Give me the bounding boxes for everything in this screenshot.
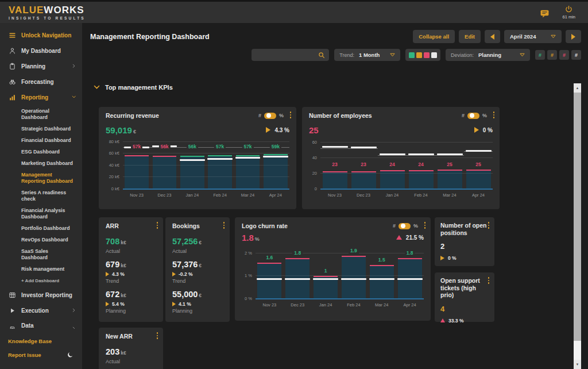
sidebar-footer-knowledge-base[interactable]: Knowledge Base <box>8 335 74 348</box>
sidebar-subitem-add-dashboard[interactable]: + Add Dashboard <box>0 275 79 286</box>
sidebar-item-my-dashboard[interactable]: My Dashboard <box>0 43 82 59</box>
trend-color-swatch[interactable] <box>416 52 422 58</box>
hash-format-button[interactable]: # <box>559 50 569 60</box>
sidebar-subitem-esg-dashboard[interactable]: ESG Dashboard <box>0 146 79 157</box>
sidebar-item-investor-reporting[interactable]: Investor Reporting <box>0 287 82 303</box>
deviation-filter-dropdown[interactable]: Deviation: Planning <box>446 49 530 61</box>
gridline <box>320 142 493 143</box>
x-axis-label: Apr 24 <box>269 193 282 198</box>
stat-unit: k€ <box>121 263 126 268</box>
sidebar-subitem-marketing-dashboard[interactable]: Marketing Dashboard <box>0 157 79 169</box>
hash-format-button[interactable]: # <box>535 50 545 60</box>
card-menu-kebab-icon[interactable] <box>289 111 293 119</box>
sidebar-item-label: My Dashboard <box>21 48 78 55</box>
sidebar-footer: Knowledge BaseReport Issue <box>0 329 82 369</box>
card-menu-kebab-icon[interactable] <box>222 221 226 229</box>
bar <box>351 171 376 189</box>
scroll-down-button[interactable]: ▼ <box>574 360 581 369</box>
unit-toggle[interactable]: # % <box>393 223 418 229</box>
period-dropdown[interactable]: April 2024 <box>504 30 562 43</box>
x-axis-label: Jan 24 <box>319 302 332 308</box>
sidebar-subitem-series-a-readiness-check[interactable]: Series A readiness check <box>0 187 79 205</box>
bar-value-label: 1.5 <box>377 257 387 263</box>
card-menu-kebab-icon[interactable] <box>156 221 160 229</box>
chevron-right-icon <box>72 64 78 70</box>
search-input[interactable] <box>256 52 318 58</box>
trend-filter-dropdown[interactable]: Trend: 1 Month <box>334 49 400 61</box>
sidebar-item-reporting[interactable]: Reporting <box>0 90 82 105</box>
scroll-up-button[interactable]: ▲ <box>574 83 581 93</box>
unit-toggle[interactable]: # % <box>462 113 487 119</box>
card-menu-kebab-icon[interactable] <box>492 111 496 119</box>
planning-marker <box>380 153 405 155</box>
toggle-knob <box>470 113 474 118</box>
stat-value: 679k€ <box>106 260 156 270</box>
sidebar-subitem-strategic-dashboard[interactable]: Strategic Dashboard <box>0 123 79 134</box>
card-menu-kebab-icon[interactable] <box>487 221 491 229</box>
planning-marker <box>466 150 492 152</box>
prev-period-button[interactable] <box>485 30 500 43</box>
sidebar-footer-report-issue[interactable]: Report Issue <box>8 348 74 362</box>
card-menu-kebab-icon[interactable] <box>487 276 491 285</box>
gridline <box>320 157 493 158</box>
session-time-label: 61 min <box>562 14 575 20</box>
bar-value-label: 57k <box>214 144 226 149</box>
card-title: Open support tickets (high prio) <box>440 277 489 299</box>
hash-format-button[interactable]: # <box>547 50 557 60</box>
toggle-switch[interactable] <box>264 113 276 119</box>
bar-value-label: 56k <box>187 144 198 149</box>
toggle-switch[interactable] <box>467 113 479 119</box>
chevron-down-icon <box>520 53 525 57</box>
scrollbar-thumb[interactable] <box>574 93 581 341</box>
logo[interactable]: VALUEWORKS INSIGHTS TO RESULTS <box>9 5 86 20</box>
sidebar-subitem-financial-dashboard[interactable]: Financial Dashboard <box>0 134 79 146</box>
sidebar-item-planning[interactable]: Planning <box>0 59 82 74</box>
next-period-button[interactable] <box>566 30 581 43</box>
sidebar-subitem-revops-dashboard[interactable]: RevOps Dashboard <box>0 234 79 245</box>
edit-button[interactable]: Edit <box>459 30 481 43</box>
trend-color-swatch[interactable] <box>424 52 430 58</box>
barchart-icon <box>9 94 16 101</box>
sidebar-item-forecasting[interactable]: Forecasting <box>0 74 82 90</box>
trend-color-swatch[interactable] <box>409 52 415 58</box>
gridline <box>123 141 289 142</box>
sidebar-subitem-operational-dashboard[interactable]: Operational Dashboard <box>0 105 79 123</box>
sidebar-subitem-financial-analysis-dashboard[interactable]: Financial Analysis Dashboard <box>0 205 79 222</box>
deviation-flat-icon <box>172 302 176 306</box>
play-icon <box>9 307 16 314</box>
collapse-all-button[interactable]: Collapse all <box>413 30 455 43</box>
feedback-chat-icon[interactable] <box>540 9 550 18</box>
sidebar-item-execution[interactable]: Execution <box>0 303 82 318</box>
recurring-revenue-card: Recurring revenue # % 59,019€ 4.3 % 0 k€… <box>99 107 296 209</box>
logo-churn-rate-card: Logo churn rate # % 1.8% 21.5 % 0 %1 %2 … <box>235 217 431 321</box>
stat-delta: 4.3 % <box>106 271 156 277</box>
unit-toggle[interactable]: # % <box>258 113 284 119</box>
bar <box>208 155 232 189</box>
session-timer[interactable]: 61 min <box>562 5 575 20</box>
kpi-value: 25 <box>309 125 319 135</box>
card-menu-kebab-icon[interactable] <box>423 221 427 229</box>
trend-color-swatches[interactable] <box>405 49 440 61</box>
y-tick-label: 40 <box>312 155 317 160</box>
arr-card: ARR708k€Actual679k€4.3 %Trend672k€5.4 %P… <box>99 217 163 322</box>
hash-format-button[interactable]: # <box>571 50 581 60</box>
sidebar-subitem-risk-management[interactable]: Risk management <box>0 263 79 275</box>
sidebar-item-unlock-navigation[interactable]: Unlock Navigation <box>0 28 82 43</box>
stat-delta-value: 4.1 % <box>179 301 191 307</box>
sidebar-subitem-management-reporting-dashboard[interactable]: Management Reporting Dashboard <box>0 169 79 187</box>
section-top-management-kpis[interactable]: Top management KPIs <box>94 84 173 91</box>
sidebar-subitem-saas-sales-dashboard[interactable]: SaaS Sales Dashboard <box>0 245 79 263</box>
bar-value-label: 25 <box>474 162 482 167</box>
search-icon[interactable] <box>318 52 325 59</box>
vertical-scrollbar[interactable]: ▲ ▼ <box>574 83 581 369</box>
bar-value-label: 1.6 <box>264 255 274 260</box>
sidebar-item-data-management[interactable]: Data Management <box>0 318 82 329</box>
toggle-switch[interactable] <box>399 223 411 229</box>
planning-marker <box>369 278 394 280</box>
employees-card: Number of employees # % 25 0 % 020406023… <box>302 107 500 209</box>
sidebar-subitem-portfolio-dashboard[interactable]: Portfolio Dashboard <box>0 222 79 234</box>
stat-value: 203k€ <box>106 347 156 358</box>
card-menu-kebab-icon[interactable] <box>156 332 160 340</box>
planning-marker <box>397 278 423 280</box>
trend-color-swatch[interactable] <box>431 52 437 58</box>
